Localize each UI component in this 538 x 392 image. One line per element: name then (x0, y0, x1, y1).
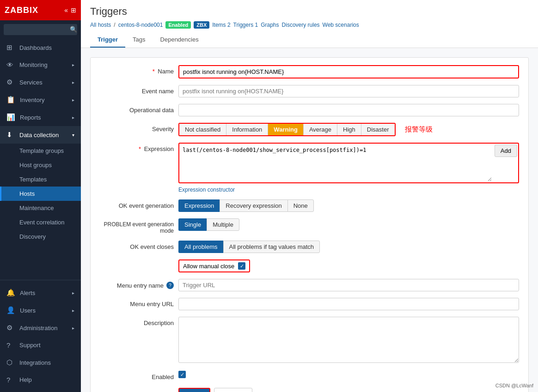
reports-icon: 📊 (6, 113, 15, 121)
ok-event-closes-label: OK event closes (100, 241, 174, 250)
search-icon: 🔍 (70, 26, 77, 33)
zbx-badge[interactable]: ZBX (194, 21, 209, 29)
breadcrumb-items[interactable]: Items 2 (212, 22, 230, 28)
help-icon: ? (6, 376, 15, 384)
breadcrumb-graphs[interactable]: Graphs (261, 22, 279, 28)
main-content: Triggers All hosts / centos-8-node001 En… (81, 0, 538, 392)
sidebar-item-label: Monitoring (19, 61, 48, 68)
severity-not-classified[interactable]: Not classified (179, 124, 226, 135)
sidebar-item-users[interactable]: 👤 Users ▸ (0, 302, 81, 319)
sidebar-header: ZABBIX « ⊞ (0, 0, 81, 20)
tab-dependencies[interactable]: Dependencies (153, 32, 206, 48)
problem-event-mode-row: PROBLEM event generation mode Single Mul… (100, 218, 519, 234)
breadcrumb-triggers[interactable]: Triggers 1 (233, 22, 258, 28)
tab-tags[interactable]: Tags (125, 32, 153, 48)
chevron-icon: ▸ (72, 290, 74, 296)
operational-data-label: Operational data (100, 104, 174, 114)
breadcrumb-web-scenarios[interactable]: Web scenarios (323, 22, 359, 28)
collapse-icon[interactable]: « (64, 6, 68, 14)
sidebar-item-label: Alerts (20, 289, 35, 296)
sidebar-item-inventory[interactable]: 📋 Inventory ▸ (0, 91, 81, 109)
problem-event-multiple[interactable]: Multiple (207, 218, 239, 231)
enabled-badge[interactable]: Enabled (165, 21, 191, 29)
sidebar-item-services[interactable]: ⚙ Services ▸ (0, 73, 81, 91)
alerts-icon: 🔔 (6, 289, 15, 297)
data-collection-icon: ⬇ (6, 131, 15, 139)
grid-icon[interactable]: ⊞ (71, 6, 76, 14)
sidebar-item-reports[interactable]: 📊 Reports ▸ (0, 109, 81, 126)
menu-entry-url-label: Menu entry URL (100, 298, 174, 308)
menu-entry-name-input-wrapper (178, 279, 519, 291)
expression-add-button[interactable]: Add (495, 145, 517, 157)
event-name-input[interactable] (178, 85, 519, 97)
event-name-row: Event name (100, 85, 519, 97)
form-table: * Name Event name Operational data (90, 57, 529, 392)
expression-input[interactable]: last(/centos-8-node001/show_service_proc… (180, 145, 492, 181)
ok-event-none[interactable]: None (287, 199, 314, 212)
name-input[interactable] (179, 66, 518, 78)
sidebar-item-support[interactable]: ? Support (0, 337, 81, 354)
breadcrumb-discovery-rules[interactable]: Discovery rules (282, 22, 320, 28)
expression-label: * Expression (100, 143, 174, 152)
severity-high[interactable]: High (337, 124, 361, 135)
operational-data-input[interactable] (178, 104, 519, 116)
sidebar-item-data-collection[interactable]: ⬇ Data collection ▾ (0, 126, 81, 144)
sidebar-item-host-groups[interactable]: Host groups (0, 158, 81, 172)
severity-disaster[interactable]: Disaster (361, 124, 395, 135)
tab-trigger[interactable]: Trigger (90, 32, 125, 48)
sidebar-item-monitoring[interactable]: 👁 Monitoring ▸ (0, 56, 81, 73)
sidebar-item-label: Services (19, 79, 43, 86)
expression-row: * Expression last(/centos-8-node001/show… (100, 143, 519, 193)
add-button[interactable]: Add (178, 388, 210, 392)
sidebar-item-template-groups[interactable]: Template groups (0, 144, 81, 158)
menu-entry-name-input[interactable] (178, 279, 519, 291)
ok-event-recovery[interactable]: Recovery expression (220, 199, 287, 212)
tab-bar: Trigger Tags Dependencies (90, 32, 529, 48)
sidebar-item-discovery[interactable]: Discovery (0, 229, 81, 244)
ok-event-expression[interactable]: Expression (178, 199, 220, 212)
chevron-icon: ▸ (72, 115, 74, 120)
sidebar-item-hosts[interactable]: Hosts (0, 187, 81, 201)
sidebar-item-label: Support (19, 342, 41, 349)
severity-average[interactable]: Average (304, 124, 337, 135)
problem-event-single[interactable]: Single (178, 218, 207, 231)
name-input-wrapper (178, 65, 519, 78)
sidebar-item-administration[interactable]: ⚙ Administration ▸ (0, 319, 81, 337)
sidebar-item-help[interactable]: ? Help (0, 371, 81, 388)
allow-manual-close-checkbox[interactable] (238, 262, 245, 270)
cancel-button[interactable]: Cancel (214, 388, 252, 392)
allow-manual-close-label-spacer (100, 259, 174, 262)
watermark: CSDN @LcWanf (495, 383, 533, 388)
search-input[interactable] (4, 24, 77, 35)
admin-icon: ⚙ (6, 324, 15, 332)
chevron-icon: ▸ (72, 97, 74, 103)
breadcrumb-all-hosts[interactable]: All hosts (90, 22, 111, 28)
sidebar-item-event-correlation[interactable]: Event correlation (0, 215, 81, 229)
help-icon[interactable]: ? (166, 282, 174, 289)
sidebar-item-label: Administration (19, 325, 57, 332)
severity-information[interactable]: Information (226, 124, 268, 135)
expression-container: last(/centos-8-node001/show_service_proc… (178, 143, 519, 183)
menu-entry-url-input[interactable] (178, 298, 519, 310)
sidebar: ZABBIX « ⊞ 🔍 ⊞ Dashboards 👁 Monitoring ▸… (0, 0, 81, 392)
ok-event-all-problems[interactable]: All problems (178, 241, 223, 253)
severity-row: Severity Not classified Information Warn… (100, 123, 519, 136)
sidebar-item-dashboards[interactable]: ⊞ Dashboards (0, 39, 81, 56)
chevron-icon: ▸ (72, 308, 74, 313)
chevron-icon: ▾ (72, 133, 74, 138)
description-label: Description (100, 317, 174, 326)
expression-input-row: last(/centos-8-node001/show_service_proc… (180, 145, 517, 181)
sidebar-bottom: 🔔 Alerts ▸ 👤 Users ▸ ⚙ Administration ▸ … (0, 280, 81, 392)
sidebar-item-maintenance[interactable]: Maintenance (0, 201, 81, 215)
description-input[interactable] (178, 317, 519, 363)
sidebar-item-alerts[interactable]: 🔔 Alerts ▸ (0, 284, 81, 302)
expression-constructor-link[interactable]: Expression constructor (178, 187, 519, 193)
problem-event-mode-group: Single Multiple (178, 218, 239, 231)
severity-warning[interactable]: Warning (268, 124, 304, 135)
sidebar-item-templates[interactable]: Templates (0, 172, 81, 187)
sidebar-item-integrations[interactable]: ⬡ Integrations (0, 354, 81, 371)
ok-event-tag-match[interactable]: All problems if tag values match (223, 241, 320, 253)
enabled-checkbox[interactable] (178, 371, 186, 378)
breadcrumb: All hosts / centos-8-node001 Enabled ZBX… (90, 21, 529, 29)
breadcrumb-host[interactable]: centos-8-node001 (118, 22, 163, 28)
